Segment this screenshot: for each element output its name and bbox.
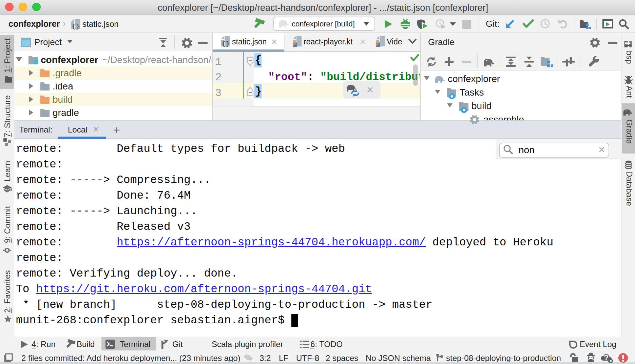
svg-text:{}: {}: [72, 23, 80, 29]
svg-text:{}: {}: [222, 40, 230, 47]
